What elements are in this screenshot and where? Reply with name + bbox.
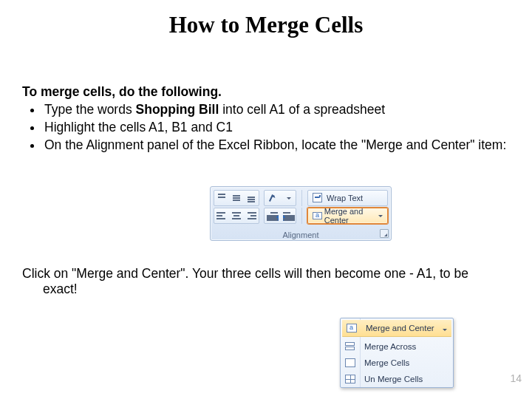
align-right-icon	[246, 211, 256, 220]
unmerge-cells-item[interactable]: Un Merge Cells	[341, 371, 453, 387]
bullet-text-pre: Type the words	[44, 102, 136, 117]
closing-paragraph: Click on "Merge and Center". Your three …	[22, 266, 510, 299]
menu-item-label: Un Merge Cells	[360, 375, 423, 383]
divider	[301, 190, 302, 206]
decrease-indent-icon	[267, 211, 278, 220]
bullet-item: On the Alignment panel of the Excel Ribb…	[43, 137, 510, 154]
merge-cells-icon	[345, 358, 355, 367]
menu-item-label: Merge and Center	[361, 324, 434, 332]
align-left-icon	[216, 211, 227, 220]
wrap-text-button[interactable]: Wrap Text	[307, 190, 388, 206]
menu-item-label: Merge Cells	[360, 358, 409, 367]
bullet-text-bold: Shopping Bill	[136, 102, 219, 117]
align-center-icon	[231, 211, 242, 220]
bullet-text-pre: On the Alignment panel of the Excel Ribb…	[44, 137, 506, 152]
merge-center-icon	[313, 211, 321, 221]
page-title: How to Merge Cells	[0, 12, 532, 38]
chevron-down-icon	[287, 197, 291, 202]
ribbon-row-bottom: Merge and Center	[214, 208, 388, 224]
bullet-list: Type the words Shopping Bill into cell A…	[22, 102, 510, 154]
merge-center-icon	[347, 324, 357, 332]
ribbon-alignment-panel: Wrap Text Merge and Center Alignment	[210, 186, 392, 241]
merge-and-center-item[interactable]: Merge and Center	[342, 320, 451, 337]
slide: How to Merge Cells To merge cells, do th…	[0, 0, 532, 399]
closing-line: exact!	[43, 282, 510, 298]
intro-line: To merge cells, do the following.	[22, 84, 510, 100]
wrap-text-label: Wrap Text	[327, 194, 363, 202]
merge-center-label: Merge and Center	[324, 207, 375, 225]
horizontal-align-group[interactable]	[214, 208, 259, 224]
merge-dropdown-menu: Merge and Center Merge Across Merge Cell…	[340, 318, 454, 388]
wrap-text-icon	[313, 193, 323, 203]
align-top-icon	[216, 194, 227, 202]
ribbon-group-caption: Alignment	[211, 231, 391, 239]
indent-group[interactable]	[264, 208, 296, 224]
merge-cells-item[interactable]: Merge Cells	[341, 355, 453, 371]
merge-across-icon	[345, 342, 355, 351]
dialog-launcher-icon[interactable]	[380, 229, 389, 238]
divider	[301, 208, 302, 224]
bullet-text-pre: Highlight the cells A1, B1 and C1	[44, 120, 233, 134]
menu-item-label: Merge Across	[360, 342, 416, 351]
align-bottom-icon	[246, 194, 256, 202]
bullet-item: Type the words Shopping Bill into cell A…	[43, 102, 510, 118]
page-number: 14	[510, 372, 522, 384]
bullet-item: Highlight the cells A1, B1 and C1	[43, 120, 510, 136]
chevron-down-icon	[378, 215, 383, 219]
vertical-align-group[interactable]	[214, 190, 259, 206]
align-middle-icon	[231, 194, 242, 202]
bullet-text-post: into cell A1 of a spreadsheet	[219, 102, 385, 117]
increase-indent-icon	[283, 211, 293, 220]
merge-and-center-button[interactable]: Merge and Center	[307, 208, 388, 224]
chevron-down-icon	[443, 329, 447, 333]
merge-across-item[interactable]: Merge Across	[341, 338, 453, 355]
orientation-button[interactable]	[264, 190, 296, 206]
closing-line: Click on "Merge and Center". Your three …	[22, 266, 510, 282]
orientation-icon	[269, 193, 278, 203]
unmerge-cells-icon	[345, 375, 355, 383]
ribbon-row-top: Wrap Text	[214, 190, 388, 206]
